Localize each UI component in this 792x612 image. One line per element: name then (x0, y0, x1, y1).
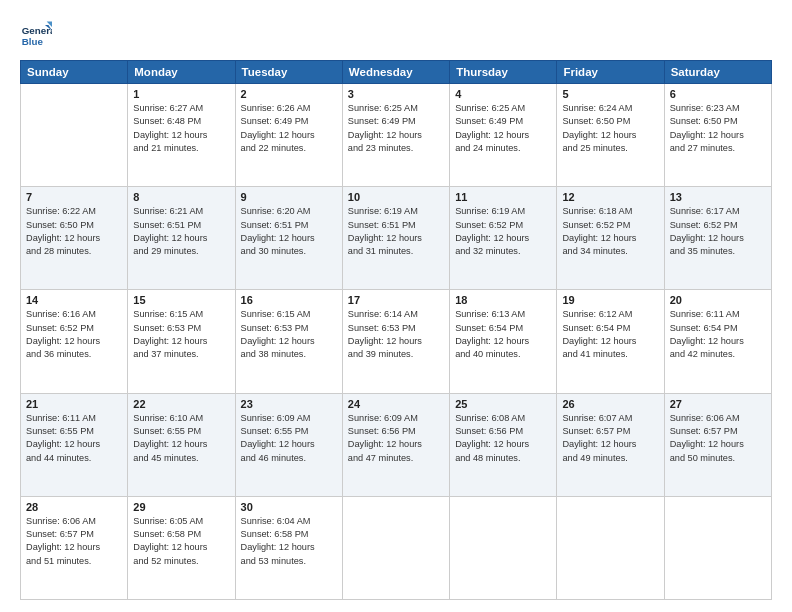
day-number: 6 (670, 88, 766, 100)
calendar-cell: 25Sunrise: 6:08 AM Sunset: 6:56 PM Dayli… (450, 393, 557, 496)
day-number: 4 (455, 88, 551, 100)
calendar-cell: 10Sunrise: 6:19 AM Sunset: 6:51 PM Dayli… (342, 187, 449, 290)
day-number: 9 (241, 191, 337, 203)
calendar-table: SundayMondayTuesdayWednesdayThursdayFrid… (20, 60, 772, 600)
calendar-cell: 22Sunrise: 6:10 AM Sunset: 6:55 PM Dayli… (128, 393, 235, 496)
day-info: Sunrise: 6:19 AM Sunset: 6:51 PM Dayligh… (348, 205, 444, 258)
calendar-cell (450, 496, 557, 599)
logo-icon: General Blue (20, 18, 52, 50)
day-number: 24 (348, 398, 444, 410)
day-number: 20 (670, 294, 766, 306)
day-number: 19 (562, 294, 658, 306)
calendar-cell: 16Sunrise: 6:15 AM Sunset: 6:53 PM Dayli… (235, 290, 342, 393)
calendar-week-5: 28Sunrise: 6:06 AM Sunset: 6:57 PM Dayli… (21, 496, 772, 599)
weekday-header-saturday: Saturday (664, 61, 771, 84)
day-info: Sunrise: 6:14 AM Sunset: 6:53 PM Dayligh… (348, 308, 444, 361)
logo: General Blue (20, 18, 56, 50)
calendar-header: SundayMondayTuesdayWednesdayThursdayFrid… (21, 61, 772, 84)
svg-text:Blue: Blue (22, 36, 44, 47)
day-number: 21 (26, 398, 122, 410)
day-number: 12 (562, 191, 658, 203)
calendar-cell: 21Sunrise: 6:11 AM Sunset: 6:55 PM Dayli… (21, 393, 128, 496)
calendar-cell: 3Sunrise: 6:25 AM Sunset: 6:49 PM Daylig… (342, 84, 449, 187)
calendar-cell: 11Sunrise: 6:19 AM Sunset: 6:52 PM Dayli… (450, 187, 557, 290)
calendar-cell: 5Sunrise: 6:24 AM Sunset: 6:50 PM Daylig… (557, 84, 664, 187)
calendar-cell (342, 496, 449, 599)
header: General Blue (20, 18, 772, 50)
day-number: 10 (348, 191, 444, 203)
day-info: Sunrise: 6:23 AM Sunset: 6:50 PM Dayligh… (670, 102, 766, 155)
day-number: 16 (241, 294, 337, 306)
day-info: Sunrise: 6:05 AM Sunset: 6:58 PM Dayligh… (133, 515, 229, 568)
calendar-cell: 13Sunrise: 6:17 AM Sunset: 6:52 PM Dayli… (664, 187, 771, 290)
calendar-cell (21, 84, 128, 187)
day-info: Sunrise: 6:16 AM Sunset: 6:52 PM Dayligh… (26, 308, 122, 361)
calendar-cell: 17Sunrise: 6:14 AM Sunset: 6:53 PM Dayli… (342, 290, 449, 393)
calendar-week-3: 14Sunrise: 6:16 AM Sunset: 6:52 PM Dayli… (21, 290, 772, 393)
day-number: 29 (133, 501, 229, 513)
day-info: Sunrise: 6:21 AM Sunset: 6:51 PM Dayligh… (133, 205, 229, 258)
weekday-header-row: SundayMondayTuesdayWednesdayThursdayFrid… (21, 61, 772, 84)
calendar-cell: 15Sunrise: 6:15 AM Sunset: 6:53 PM Dayli… (128, 290, 235, 393)
day-info: Sunrise: 6:09 AM Sunset: 6:55 PM Dayligh… (241, 412, 337, 465)
day-number: 26 (562, 398, 658, 410)
day-number: 1 (133, 88, 229, 100)
day-number: 28 (26, 501, 122, 513)
calendar-week-2: 7Sunrise: 6:22 AM Sunset: 6:50 PM Daylig… (21, 187, 772, 290)
day-number: 27 (670, 398, 766, 410)
calendar-cell: 19Sunrise: 6:12 AM Sunset: 6:54 PM Dayli… (557, 290, 664, 393)
calendar-cell: 12Sunrise: 6:18 AM Sunset: 6:52 PM Dayli… (557, 187, 664, 290)
day-number: 22 (133, 398, 229, 410)
day-info: Sunrise: 6:06 AM Sunset: 6:57 PM Dayligh… (26, 515, 122, 568)
day-number: 30 (241, 501, 337, 513)
day-info: Sunrise: 6:09 AM Sunset: 6:56 PM Dayligh… (348, 412, 444, 465)
calendar-cell: 4Sunrise: 6:25 AM Sunset: 6:49 PM Daylig… (450, 84, 557, 187)
calendar-body: 1Sunrise: 6:27 AM Sunset: 6:48 PM Daylig… (21, 84, 772, 600)
day-number: 3 (348, 88, 444, 100)
calendar-cell (557, 496, 664, 599)
calendar-cell: 30Sunrise: 6:04 AM Sunset: 6:58 PM Dayli… (235, 496, 342, 599)
calendar-week-1: 1Sunrise: 6:27 AM Sunset: 6:48 PM Daylig… (21, 84, 772, 187)
calendar-cell: 2Sunrise: 6:26 AM Sunset: 6:49 PM Daylig… (235, 84, 342, 187)
calendar-cell: 6Sunrise: 6:23 AM Sunset: 6:50 PM Daylig… (664, 84, 771, 187)
day-info: Sunrise: 6:27 AM Sunset: 6:48 PM Dayligh… (133, 102, 229, 155)
calendar-cell: 18Sunrise: 6:13 AM Sunset: 6:54 PM Dayli… (450, 290, 557, 393)
calendar-cell: 1Sunrise: 6:27 AM Sunset: 6:48 PM Daylig… (128, 84, 235, 187)
calendar-page: General Blue SundayMondayTuesdayWednesda… (0, 0, 792, 612)
day-number: 18 (455, 294, 551, 306)
day-info: Sunrise: 6:25 AM Sunset: 6:49 PM Dayligh… (348, 102, 444, 155)
calendar-cell: 29Sunrise: 6:05 AM Sunset: 6:58 PM Dayli… (128, 496, 235, 599)
day-info: Sunrise: 6:12 AM Sunset: 6:54 PM Dayligh… (562, 308, 658, 361)
weekday-header-sunday: Sunday (21, 61, 128, 84)
day-info: Sunrise: 6:10 AM Sunset: 6:55 PM Dayligh… (133, 412, 229, 465)
calendar-cell: 27Sunrise: 6:06 AM Sunset: 6:57 PM Dayli… (664, 393, 771, 496)
weekday-header-friday: Friday (557, 61, 664, 84)
weekday-header-monday: Monday (128, 61, 235, 84)
calendar-cell: 24Sunrise: 6:09 AM Sunset: 6:56 PM Dayli… (342, 393, 449, 496)
day-info: Sunrise: 6:18 AM Sunset: 6:52 PM Dayligh… (562, 205, 658, 258)
day-info: Sunrise: 6:04 AM Sunset: 6:58 PM Dayligh… (241, 515, 337, 568)
calendar-cell: 8Sunrise: 6:21 AM Sunset: 6:51 PM Daylig… (128, 187, 235, 290)
calendar-cell: 28Sunrise: 6:06 AM Sunset: 6:57 PM Dayli… (21, 496, 128, 599)
calendar-cell: 23Sunrise: 6:09 AM Sunset: 6:55 PM Dayli… (235, 393, 342, 496)
day-number: 15 (133, 294, 229, 306)
day-number: 23 (241, 398, 337, 410)
day-number: 25 (455, 398, 551, 410)
calendar-cell (664, 496, 771, 599)
day-number: 7 (26, 191, 122, 203)
day-info: Sunrise: 6:17 AM Sunset: 6:52 PM Dayligh… (670, 205, 766, 258)
day-number: 13 (670, 191, 766, 203)
day-number: 11 (455, 191, 551, 203)
day-number: 2 (241, 88, 337, 100)
day-number: 17 (348, 294, 444, 306)
day-info: Sunrise: 6:11 AM Sunset: 6:55 PM Dayligh… (26, 412, 122, 465)
day-number: 5 (562, 88, 658, 100)
day-info: Sunrise: 6:26 AM Sunset: 6:49 PM Dayligh… (241, 102, 337, 155)
calendar-cell: 20Sunrise: 6:11 AM Sunset: 6:54 PM Dayli… (664, 290, 771, 393)
calendar-cell: 14Sunrise: 6:16 AM Sunset: 6:52 PM Dayli… (21, 290, 128, 393)
day-info: Sunrise: 6:15 AM Sunset: 6:53 PM Dayligh… (133, 308, 229, 361)
day-info: Sunrise: 6:07 AM Sunset: 6:57 PM Dayligh… (562, 412, 658, 465)
day-number: 8 (133, 191, 229, 203)
weekday-header-thursday: Thursday (450, 61, 557, 84)
weekday-header-tuesday: Tuesday (235, 61, 342, 84)
